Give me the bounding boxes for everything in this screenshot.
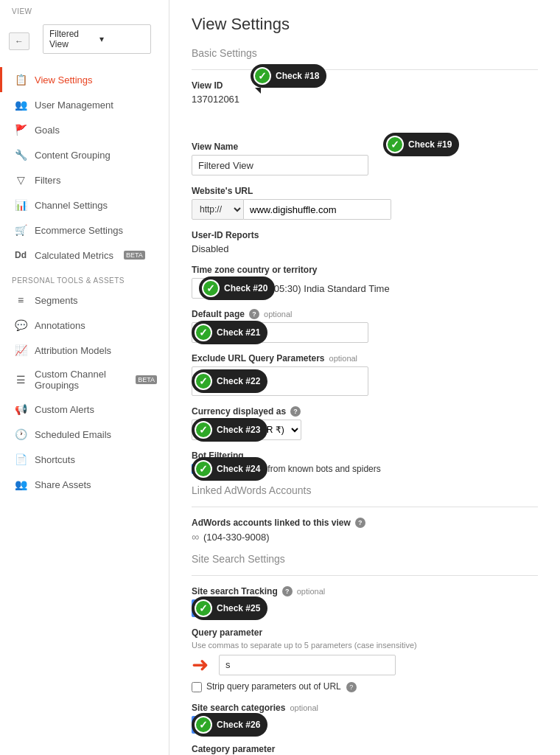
sidebar-item-goals[interactable]: 🚩 Goals — [0, 117, 169, 142]
strip-query-checkbox[interactable] — [192, 682, 202, 692]
nav-label-shortcuts: Shortcuts — [35, 454, 75, 465]
nav-label-ecommerce: Ecommerce Settings — [35, 225, 123, 236]
bot-filtering-field: Bot Filtering Exclude all hits from know… — [192, 450, 538, 474]
sidebar-item-custom-channel-groupings[interactable]: ☰ Custom Channel Groupings BETA — [0, 363, 169, 397]
ecommerce-icon: 🛒 — [14, 223, 27, 237]
currency-label: Currency displayed as ? — [192, 406, 538, 417]
sidebar-item-share-assets[interactable]: 👥 Share Assets — [0, 472, 169, 497]
nav-label-user-management: User Management — [35, 100, 113, 111]
check-26-badge: ✓ Check #26 — [192, 713, 267, 737]
adwords-accounts-label: AdWords accounts linked to this view ? — [192, 518, 538, 528]
annotations-icon: 💬 — [14, 319, 27, 332]
share-assets-icon: 👥 — [14, 478, 27, 491]
sidebar: VIEW ← Filtered View ▾ 📋 View Settings 👥… — [0, 0, 169, 755]
section-divider-1 — [192, 69, 538, 70]
site-search-categories-field: Site search categories optional ON ✓ Che… — [192, 703, 538, 734]
view-select-label: Filtered View — [49, 29, 95, 49]
check-25-circle: ✓ — [195, 599, 212, 617]
section-divider-3 — [192, 575, 538, 576]
check-21-circle: ✓ — [195, 324, 212, 341]
default-page-field: Default page ? optional ✓ Check #21 — [192, 309, 538, 343]
check-18-circle: ✓ — [253, 67, 271, 85]
segments-icon: ≡ — [14, 293, 27, 307]
adwords-info-icon[interactable]: ? — [355, 518, 365, 528]
sidebar-item-shortcuts[interactable]: 📄 Shortcuts — [0, 447, 169, 472]
scheduled-emails-icon: 🕐 — [14, 428, 27, 441]
sidebar-item-attribution-models[interactable]: 📈 Attribution Models — [0, 338, 169, 363]
nav-label-scheduled-emails: Scheduled Emails — [35, 429, 111, 440]
tracking-info-icon[interactable]: ? — [282, 586, 293, 596]
filters-icon: ▽ — [14, 173, 27, 187]
strip-query-row: Strip query parameters out of URL ? — [192, 681, 538, 692]
nav-label-goals: Goals — [35, 125, 60, 136]
beta-badge-2: BETA — [136, 375, 157, 384]
channel-settings-icon: 📊 — [14, 198, 27, 212]
default-page-label: Default page ? optional — [192, 309, 538, 319]
check-18-badge: ✓ Check #18 — [251, 64, 326, 88]
nav-label-filters: Filters — [35, 175, 60, 186]
user-id-value: Disabled — [192, 243, 538, 254]
currency-info-icon[interactable]: ? — [290, 406, 301, 417]
sidebar-item-custom-alerts[interactable]: 📢 Custom Alerts — [0, 397, 169, 422]
site-search-tracking-field: Site search Tracking ? optional ON ✓ Che… — [192, 586, 538, 617]
adwords-link-icon: ∞ — [192, 531, 199, 543]
sidebar-item-ecommerce-settings[interactable]: 🛒 Ecommerce Settings — [0, 218, 169, 243]
check-25-badge: ✓ Check #25 — [192, 596, 267, 620]
sidebar-item-user-management[interactable]: 👥 User Management — [0, 92, 169, 117]
view-name-input[interactable] — [192, 155, 368, 175]
main-content: View Settings Basic Settings View ID 137… — [169, 0, 560, 755]
check-23-badge: ✓ Check #23 — [192, 418, 267, 442]
sidebar-item-filters[interactable]: ▽ Filters — [0, 167, 169, 192]
sidebar-item-calculated-metrics[interactable]: Dd Calculated Metrics BETA — [0, 243, 169, 268]
nav-label-attribution: Attribution Models — [35, 345, 111, 356]
category-param-label: Category parameter — [192, 744, 538, 754]
url-text-input[interactable] — [244, 199, 391, 220]
sidebar-item-scheduled-emails[interactable]: 🕐 Scheduled Emails — [0, 422, 169, 447]
check-24-circle: ✓ — [195, 460, 212, 478]
url-input-group: http:// https:// — [192, 199, 538, 220]
timezone-field: Time zone country or territory India (GM… — [192, 265, 538, 299]
calculated-metrics-icon: Dd — [14, 248, 27, 262]
query-param-label: Query parameter — [192, 627, 538, 638]
check-26-circle: ✓ — [195, 716, 212, 734]
view-select[interactable]: Filtered View ▾ — [43, 24, 151, 54]
strip-query-label: Strip query parameters out of URL ? — [206, 681, 357, 692]
sidebar-item-view-settings[interactable]: 📋 View Settings — [0, 67, 169, 92]
site-search-categories-label: Site search categories optional — [192, 703, 538, 713]
nav-label-custom-alerts: Custom Alerts — [35, 404, 94, 415]
check-19-circle: ✓ — [386, 136, 404, 153]
check-22-badge: ✓ Check #22 — [192, 369, 267, 393]
strip-query-info-icon[interactable]: ? — [346, 682, 357, 692]
nav-label-calculated-metrics: Calculated Metrics — [35, 250, 113, 261]
category-param-field: Category parameter ➜ Strip category para… — [192, 744, 538, 755]
nav-label-custom-channel: Custom Channel Groupings — [35, 369, 125, 391]
nav-label-content-grouping: Content Grouping — [35, 150, 111, 161]
view-id-value: 137012061 — [192, 94, 239, 105]
check-21-badge: ✓ Check #21 — [192, 321, 267, 344]
basic-settings-section: Basic Settings View ID 137012061 ✓ Check… — [192, 47, 538, 474]
sidebar-item-content-grouping[interactable]: 🔧 Content Grouping — [0, 142, 169, 167]
nav-label-annotations: Annotations — [35, 320, 85, 331]
goals-icon: 🚩 — [14, 123, 27, 136]
check-22-circle: ✓ — [195, 372, 212, 390]
custom-channel-icon: ☰ — [14, 373, 27, 386]
user-id-label: User-ID Reports — [192, 230, 538, 240]
beta-badge: BETA — [124, 251, 145, 260]
sidebar-item-channel-settings[interactable]: 📊 Channel Settings — [0, 192, 169, 218]
red-arrow-query: ➜ — [192, 653, 209, 677]
exclude-url-label: Exclude URL Query Parameters optional — [192, 353, 538, 363]
query-param-input[interactable] — [219, 655, 396, 675]
default-page-info-icon[interactable]: ? — [249, 309, 259, 319]
adwords-account-value: (104-330-9008) — [203, 532, 270, 543]
user-id-field: User-ID Reports Disabled — [192, 230, 538, 254]
back-button[interactable]: ← — [9, 32, 29, 50]
nav-label-view-settings: View Settings — [35, 74, 93, 86]
sidebar-item-annotations[interactable]: 💬 Annotations — [0, 313, 169, 338]
timezone-label: Time zone country or territory — [192, 265, 538, 275]
sidebar-item-segments[interactable]: ≡ Segments — [0, 288, 169, 313]
attribution-icon: 📈 — [14, 344, 27, 357]
currency-field: Currency displayed as ? Indian Rupee (IN… — [192, 406, 538, 440]
linked-adwords-title: Linked AdWords Accounts — [192, 484, 538, 496]
url-protocol-select[interactable]: http:// https:// — [192, 199, 244, 220]
adwords-accounts-field: AdWords accounts linked to this view ? ∞… — [192, 518, 538, 543]
